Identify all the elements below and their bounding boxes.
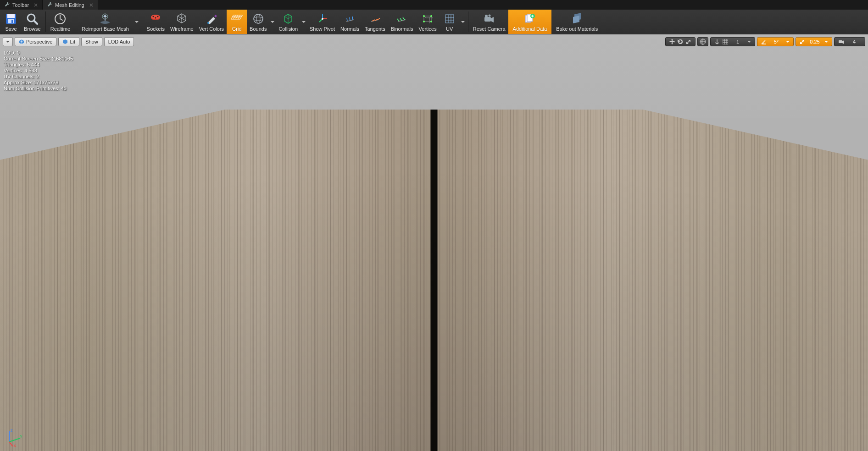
lit-label: Lit (70, 39, 75, 44)
separator (75, 11, 75, 32)
angle-icon (761, 39, 767, 44)
vertices-button[interactable]: Vertices (416, 10, 440, 34)
tangents-icon (368, 12, 381, 25)
grid-icon (230, 12, 243, 25)
additionaldata-button[interactable]: Additional Data (508, 10, 552, 34)
save-button[interactable]: Save (1, 10, 21, 34)
resetcamera-label: Reset Camera (473, 26, 506, 32)
vertcolors-button[interactable]: Vert Colors (196, 10, 227, 34)
svg-point-7 (100, 21, 110, 24)
angle-snap-button[interactable]: 5° (757, 37, 794, 46)
close-icon[interactable] (31, 3, 38, 7)
tab-toolbar[interactable]: Toolbar (0, 0, 43, 10)
lit-dropdown[interactable]: Lit (58, 37, 79, 46)
grid-snap-icon (723, 39, 728, 44)
bounds-label: Bounds (250, 26, 267, 32)
close-icon[interactable] (87, 3, 93, 7)
svg-point-11 (153, 16, 154, 17)
wrench-icon (5, 2, 10, 8)
sockets-label: Sockets (147, 26, 165, 32)
sockets-icon (149, 12, 162, 25)
normals-label: Normals (340, 26, 359, 32)
save-label: Save (5, 26, 17, 32)
grid-label: Grid (232, 26, 242, 32)
svg-rect-26 (445, 15, 454, 23)
svg-line-5 (34, 21, 37, 24)
viewport-stats: LOD: 0 Current Screen Size: 2,680065 Tri… (4, 50, 73, 92)
chevron-down-icon (747, 41, 751, 43)
axis-z-label: z (11, 428, 13, 433)
viewport-floor (0, 110, 868, 451)
camera-speed-button[interactable]: 4 (834, 37, 865, 46)
globe-icon (700, 38, 706, 45)
save-icon (5, 12, 17, 25)
binormals-button[interactable]: Binormals (388, 10, 416, 34)
camera-speed-value: 4 (847, 39, 861, 44)
realtime-icon (54, 12, 67, 25)
bounds-dropdown[interactable] (269, 10, 276, 34)
transform-group[interactable] (665, 37, 696, 46)
vertices-icon (421, 12, 434, 25)
stat-triangles: Triangles: 6 444 (4, 62, 73, 68)
vertcolors-label: Vert Colors (199, 26, 224, 32)
tab-label: Toolbar (12, 2, 29, 8)
showpivot-label: Show Pivot (310, 26, 335, 32)
tab-mesh-editing[interactable]: Mesh Editing (43, 0, 98, 10)
svg-point-21 (322, 18, 323, 20)
svg-point-25 (430, 21, 432, 22)
reimport-dropdown[interactable] (134, 10, 140, 34)
axis-gizmo[interactable]: z y x (4, 427, 24, 447)
perspective-dropdown[interactable]: Perspective (15, 37, 56, 46)
viewport-options-dropdown[interactable] (3, 37, 13, 46)
sockets-button[interactable]: Sockets (144, 10, 167, 34)
cube-icon (62, 39, 68, 44)
cube-icon (19, 39, 24, 44)
perspective-label: Perspective (26, 39, 52, 44)
surface-snap-button[interactable]: 1 (710, 37, 755, 46)
showpivot-button[interactable]: Show Pivot (307, 10, 338, 34)
wireframe-label: Wireframe (170, 26, 194, 32)
lod-dropdown[interactable]: LOD Auto (104, 37, 134, 46)
scale-snap-button[interactable]: 0.25 (796, 37, 832, 46)
axis-x-label: x (14, 443, 16, 447)
show-dropdown[interactable]: Show (81, 37, 102, 46)
grid-button[interactable]: Grid (227, 10, 247, 34)
svg-rect-1 (7, 14, 15, 18)
stat-screensize: Current Screen Size: 2,680065 (4, 56, 73, 62)
uv-dropdown[interactable] (460, 10, 466, 34)
stat-approxsize: Approx Size: 171x75x78 (4, 80, 73, 86)
coord-space-button[interactable] (697, 37, 708, 46)
resetcamera-button[interactable]: Reset Camera (470, 10, 508, 34)
svg-point-17 (256, 14, 260, 23)
resetcamera-icon (483, 12, 495, 25)
svg-line-39 (9, 438, 20, 442)
reimport-button[interactable]: Reimport Base Mesh (77, 10, 134, 34)
svg-point-23 (430, 15, 432, 17)
separator (142, 11, 142, 32)
svg-rect-2 (8, 19, 14, 23)
uv-icon (443, 12, 456, 25)
wireframe-button[interactable]: Wireframe (167, 10, 196, 34)
collision-button[interactable]: Collision (276, 10, 300, 34)
bakematerials-button[interactable]: Bake out Materials (551, 10, 602, 34)
svg-point-12 (157, 16, 159, 17)
chevron-down-icon (824, 41, 828, 43)
uv-button[interactable]: UV (440, 10, 460, 34)
realtime-button[interactable]: Realtime (48, 10, 73, 34)
bounds-button[interactable]: Bounds (247, 10, 269, 34)
browse-button[interactable]: Browse (21, 10, 44, 34)
tangents-button[interactable]: Tangents (362, 10, 388, 34)
bakematerials-label: Bake out Materials (556, 26, 598, 32)
main-toolbar: Save Browse Realtime Reimport Base Mesh … (0, 10, 868, 34)
svg-rect-37 (839, 40, 842, 43)
svg-point-28 (485, 15, 488, 17)
normals-button[interactable]: Normals (338, 10, 362, 34)
collision-dropdown[interactable] (300, 10, 307, 34)
wrench-icon (47, 2, 53, 8)
viewport[interactable]: Perspective Lit Show LOD Auto (0, 34, 868, 451)
svg-point-29 (489, 14, 491, 16)
uv-label: UV (446, 26, 453, 32)
svg-rect-3 (11, 20, 13, 23)
collision-icon (282, 12, 295, 25)
realtime-label: Realtime (50, 26, 70, 32)
